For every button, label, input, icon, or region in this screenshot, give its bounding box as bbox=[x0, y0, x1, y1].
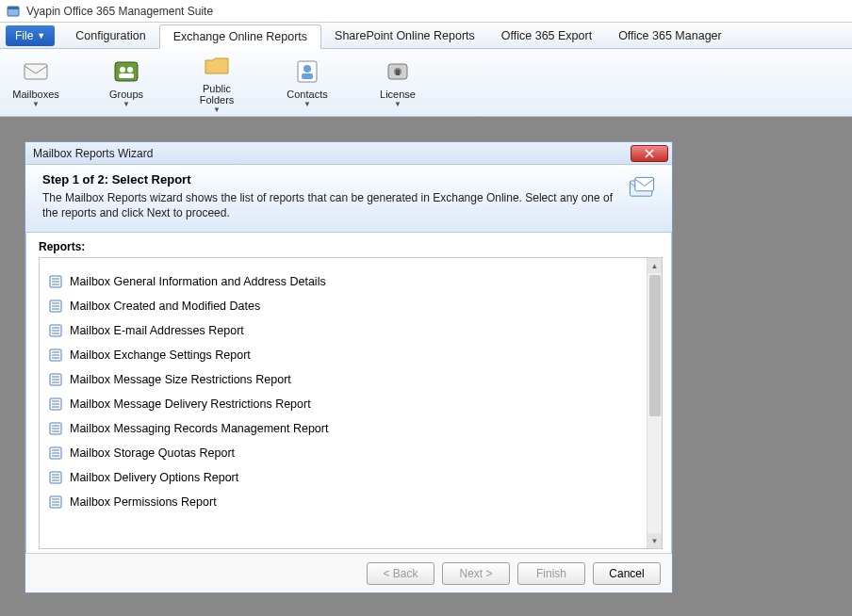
report-item[interactable]: Mailbox General Information and Address … bbox=[45, 269, 641, 294]
groups-icon bbox=[111, 57, 141, 87]
dropdown-icon: ▼ bbox=[303, 100, 311, 108]
report-item-label: Mailbox E-mail Addresses Report bbox=[70, 324, 244, 337]
dropdown-icon: ▼ bbox=[394, 100, 401, 108]
back-button[interactable]: < Back bbox=[367, 562, 434, 585]
wizard-titlebar: Mailbox Reports Wizard bbox=[25, 142, 672, 165]
ribbon-label: License bbox=[380, 89, 416, 100]
report-item[interactable]: Mailbox Storage Quotas Report bbox=[45, 441, 641, 465]
report-item-label: Mailbox General Information and Address … bbox=[70, 275, 326, 288]
wizard-header-icon bbox=[623, 172, 661, 228]
wizard-footer: < Back Next > Finish Cancel bbox=[25, 553, 672, 592]
report-icon bbox=[49, 373, 62, 386]
scrollbar[interactable]: ▲ ▼ bbox=[647, 258, 662, 548]
ribbon-license[interactable]: License ▼ bbox=[371, 57, 424, 108]
report-item-label: Mailbox Delivery Options Report bbox=[70, 471, 238, 484]
ribbon-contacts[interactable]: Contacts ▼ bbox=[281, 57, 334, 108]
report-item[interactable]: Mailbox E-mail Addresses Report bbox=[45, 318, 641, 343]
reports-label: Reports: bbox=[25, 233, 672, 257]
report-item[interactable]: Mailbox Permissions Report bbox=[45, 490, 641, 514]
reports-list: Mailbox General Information and Address … bbox=[40, 258, 647, 548]
dropdown-icon: ▼ bbox=[123, 100, 130, 108]
svg-point-8 bbox=[303, 65, 311, 73]
svg-rect-9 bbox=[302, 73, 313, 79]
report-icon bbox=[49, 495, 62, 509]
report-item[interactable]: Mailbox Created and Modified Dates bbox=[45, 294, 641, 318]
tab-configuration[interactable]: Configuration bbox=[62, 24, 158, 48]
report-item-label: Mailbox Message Size Restrictions Report bbox=[70, 373, 291, 386]
svg-point-5 bbox=[127, 67, 133, 73]
reports-area: Mailbox General Information and Address … bbox=[39, 257, 663, 549]
tab-exchange-online-reports[interactable]: Exchange Online Reports bbox=[159, 24, 321, 49]
report-icon bbox=[49, 397, 62, 411]
report-item[interactable]: Mailbox Message Size Restrictions Report bbox=[45, 367, 641, 392]
svg-rect-2 bbox=[25, 64, 47, 79]
tab-office-365-manager[interactable]: Office 365 Manager bbox=[605, 24, 735, 48]
report-icon bbox=[49, 446, 62, 460]
report-icon bbox=[49, 422, 62, 435]
svg-point-4 bbox=[120, 67, 125, 73]
ribbon-label: Mailboxes bbox=[12, 89, 59, 100]
workspace: Mailbox Reports Wizard Step 1 of 2: Sele… bbox=[0, 117, 852, 616]
wizard-dialog: Mailbox Reports Wizard Step 1 of 2: Sele… bbox=[25, 141, 673, 593]
report-item-label: Mailbox Permissions Report bbox=[70, 495, 217, 509]
tab-sharepoint-online-reports[interactable]: SharePoint Online Reports bbox=[321, 24, 488, 48]
wizard-step-desc: The Mailbox Reports wizard shows the lis… bbox=[42, 190, 623, 220]
close-icon bbox=[645, 149, 654, 158]
scroll-up-button[interactable]: ▲ bbox=[647, 258, 662, 273]
report-item[interactable]: Mailbox Messaging Records Management Rep… bbox=[45, 416, 641, 441]
scroll-thumb[interactable] bbox=[649, 275, 661, 416]
report-icon bbox=[49, 275, 62, 288]
file-menu-label: File bbox=[15, 29, 33, 42]
report-item-label: Mailbox Message Delivery Restrictions Re… bbox=[70, 397, 311, 411]
app-title: Vyapin Office 365 Management Suite bbox=[26, 5, 213, 18]
svg-rect-1 bbox=[8, 7, 19, 9]
tab-office-365-export[interactable]: Office 365 Export bbox=[488, 24, 605, 48]
close-button[interactable] bbox=[631, 145, 668, 162]
report-icon bbox=[49, 324, 62, 337]
wizard-header: Step 1 of 2: Select Report The Mailbox R… bbox=[25, 165, 672, 233]
scroll-down-button[interactable]: ▼ bbox=[647, 533, 662, 548]
report-item[interactable]: Mailbox Exchange Settings Report bbox=[45, 343, 641, 367]
report-item[interactable]: Mailbox Delivery Options Report bbox=[45, 465, 641, 490]
ribbon-public-folders[interactable]: Public Folders ▼ bbox=[190, 51, 243, 114]
report-icon bbox=[49, 349, 62, 362]
wizard-step-title: Step 1 of 2: Select Report bbox=[42, 172, 623, 186]
wizard-title: Mailbox Reports Wizard bbox=[33, 147, 153, 160]
app-window: Vyapin Office 365 Management Suite File … bbox=[0, 0, 852, 616]
finish-button[interactable]: Finish bbox=[517, 562, 585, 585]
titlebar: Vyapin Office 365 Management Suite bbox=[0, 0, 852, 23]
ribbon-mailboxes[interactable]: Mailboxes ▼ bbox=[9, 57, 62, 108]
report-item-label: Mailbox Created and Modified Dates bbox=[70, 300, 260, 313]
contacts-icon bbox=[292, 57, 322, 87]
report-item[interactable]: Mailbox Message Delivery Restrictions Re… bbox=[45, 392, 641, 416]
app-icon bbox=[6, 4, 21, 19]
dropdown-icon: ▼ bbox=[213, 105, 221, 114]
ribbon-groups[interactable]: Groups ▼ bbox=[100, 57, 153, 108]
next-button[interactable]: Next > bbox=[442, 562, 510, 585]
ribbon-label: Contacts bbox=[287, 89, 327, 100]
svg-rect-12 bbox=[396, 70, 400, 75]
report-item-label: Mailbox Storage Quotas Report bbox=[70, 446, 235, 460]
tabbar: File ▼ Configuration Exchange Online Rep… bbox=[0, 23, 852, 49]
license-icon bbox=[383, 57, 413, 87]
cancel-button[interactable]: Cancel bbox=[593, 562, 661, 585]
svg-rect-14 bbox=[635, 177, 654, 190]
report-icon bbox=[49, 300, 62, 313]
ribbon: Mailboxes ▼ Groups ▼ Public Folders ▼ Co… bbox=[0, 49, 852, 117]
report-item-label: Mailbox Messaging Records Management Rep… bbox=[70, 422, 328, 435]
mailboxes-icon bbox=[21, 57, 51, 87]
dropdown-icon: ▼ bbox=[32, 100, 40, 108]
folders-icon bbox=[202, 51, 232, 81]
dropdown-icon: ▼ bbox=[37, 31, 45, 41]
report-item-label: Mailbox Exchange Settings Report bbox=[70, 349, 251, 362]
file-menu-button[interactable]: File ▼ bbox=[6, 25, 55, 46]
report-icon bbox=[49, 471, 62, 484]
ribbon-label: Groups bbox=[109, 89, 143, 100]
ribbon-label: Public Folders bbox=[200, 83, 235, 105]
svg-rect-6 bbox=[119, 73, 134, 78]
